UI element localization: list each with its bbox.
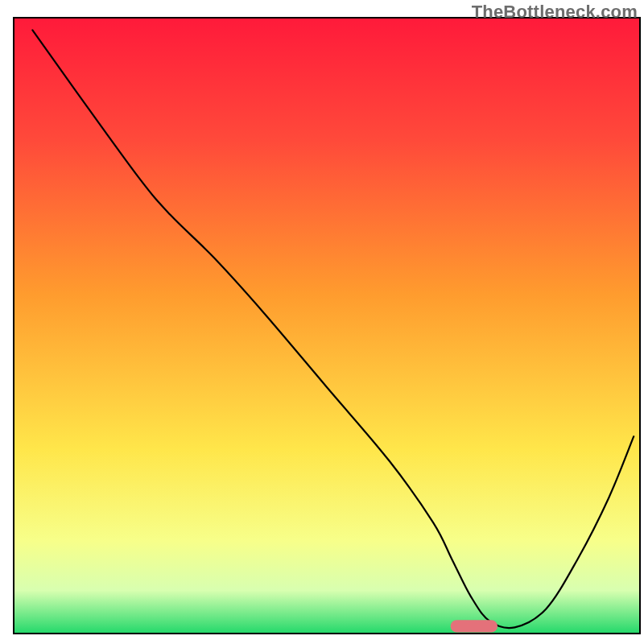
chart-stage: TheBottleneck.com: [0, 0, 644, 644]
chart-svg: [0, 0, 644, 644]
marker-capsule: [451, 620, 497, 632]
gradient-background: [14, 18, 640, 634]
watermark-text: TheBottleneck.com: [472, 2, 638, 23]
